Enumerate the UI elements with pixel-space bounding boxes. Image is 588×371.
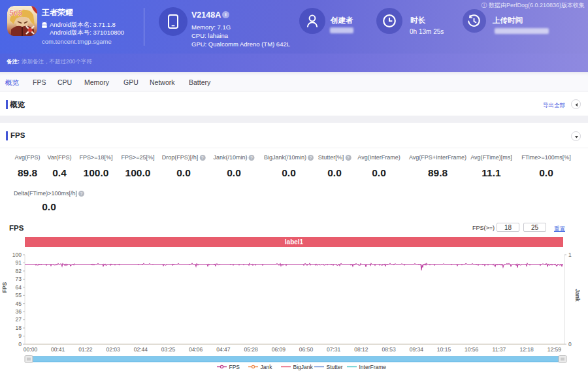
svg-text:10:15: 10:15 xyxy=(437,346,451,353)
svg-text:12:18: 12:18 xyxy=(519,346,534,353)
svg-text:InterFrame: InterFrame xyxy=(359,364,387,370)
svg-text:Jank: Jank xyxy=(574,289,581,302)
svg-text:73: 73 xyxy=(16,276,22,282)
svg-text:04:47: 04:47 xyxy=(216,346,231,353)
svg-text:55: 55 xyxy=(16,292,22,298)
svg-text:11:37: 11:37 xyxy=(493,346,506,353)
svg-text:02:03: 02:03 xyxy=(106,346,120,353)
svg-text:FPS: FPS xyxy=(229,364,240,370)
svg-text:0: 0 xyxy=(18,341,22,347)
svg-text:Stutter: Stutter xyxy=(327,364,343,370)
svg-text:45: 45 xyxy=(16,300,22,307)
svg-text:1: 1 xyxy=(568,251,572,258)
svg-text:09:34: 09:34 xyxy=(410,346,424,353)
svg-text:91: 91 xyxy=(16,259,22,266)
svg-text:9: 9 xyxy=(18,332,22,339)
svg-text:01:22: 01:22 xyxy=(78,346,93,353)
svg-text:06:09: 06:09 xyxy=(272,346,286,353)
svg-text:03:25: 03:25 xyxy=(161,346,176,353)
svg-text:12:59: 12:59 xyxy=(547,346,562,353)
svg-text:100: 100 xyxy=(12,251,22,258)
svg-text:82: 82 xyxy=(16,268,22,274)
svg-text:04:06: 04:06 xyxy=(189,346,203,353)
svg-text:18: 18 xyxy=(16,325,22,331)
svg-text:27: 27 xyxy=(16,316,22,323)
svg-text:10:56: 10:56 xyxy=(465,346,479,353)
svg-text:FPS: FPS xyxy=(1,282,8,293)
svg-text:06:50: 06:50 xyxy=(299,346,314,353)
svg-text:02:44: 02:44 xyxy=(134,346,148,353)
svg-text:07:31: 07:31 xyxy=(327,346,341,353)
svg-text:05:28: 05:28 xyxy=(244,346,258,353)
svg-text:64: 64 xyxy=(16,284,22,291)
svg-text:08:53: 08:53 xyxy=(382,346,396,353)
svg-text:08:12: 08:12 xyxy=(354,346,368,353)
svg-text:Jank: Jank xyxy=(261,364,273,370)
svg-text:00:41: 00:41 xyxy=(51,346,65,353)
svg-text:36: 36 xyxy=(16,308,22,315)
svg-text:0: 0 xyxy=(568,341,572,347)
svg-text:BigJank: BigJank xyxy=(293,364,314,370)
svg-text:00:00: 00:00 xyxy=(24,346,38,353)
svg-text:5v5: 5v5 xyxy=(9,8,22,18)
